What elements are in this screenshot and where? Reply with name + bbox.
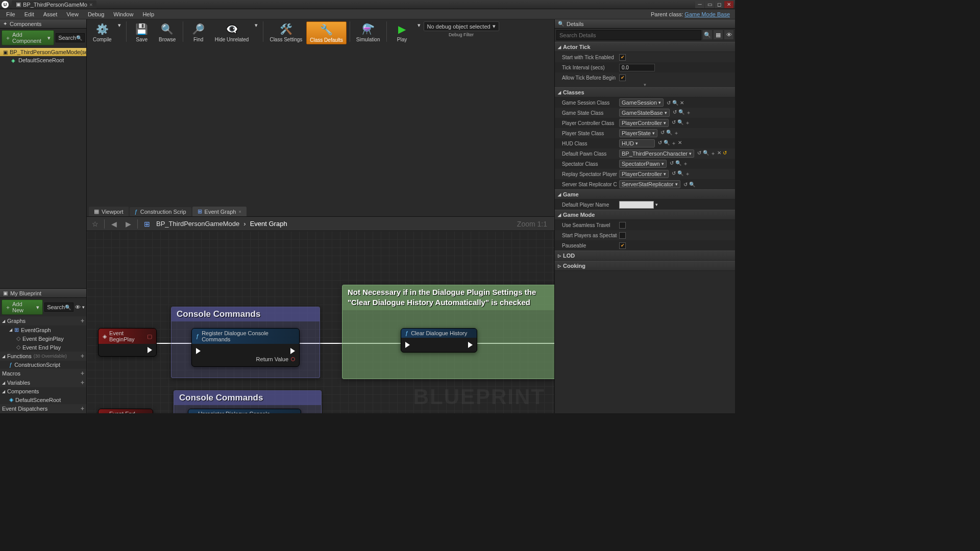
hide-unrelated-button[interactable]: 👁️‍🗨️Hide Unrelated (212, 21, 252, 43)
cat-classes[interactable]: ◢Classes (555, 87, 735, 97)
game-state-dropdown[interactable]: GameStateBase▾ (619, 109, 670, 117)
browse-icon[interactable]: 🔍 (672, 100, 678, 106)
exec-in-pin[interactable] (405, 342, 410, 348)
add-icon[interactable]: ＋ (683, 160, 688, 167)
default-pawn-dropdown[interactable]: BP_ThirdPersonCharacter▾ (619, 149, 694, 158)
player-controller-dropdown[interactable]: PlayerController▾ (619, 119, 669, 127)
reset-icon[interactable]: ↺ (660, 130, 665, 137)
menu-debug[interactable]: Debug (84, 10, 108, 18)
clear-icon[interactable]: ✕ (717, 150, 721, 157)
add-icon[interactable]: ＋ (685, 119, 690, 127)
browse-icon[interactable]: 🔍 (677, 170, 683, 178)
reset-icon[interactable]: ↺ (670, 160, 674, 167)
exec-in-pin[interactable] (196, 348, 201, 354)
functions-category[interactable]: ◢Functions (30 Overridable)+ (0, 352, 86, 361)
compile-dropdown[interactable]: ▾ (116, 21, 123, 29)
event-beginplay-item[interactable]: ◇Event BeginPlay (0, 334, 86, 343)
defaultscene-var-item[interactable]: ◈DefaultSceneRoot (0, 395, 86, 404)
start-tick-checkbox[interactable]: ✔ (619, 54, 626, 61)
construction-script-item[interactable]: ƒConstructionScript (0, 361, 86, 369)
clear-icon[interactable]: ✕ (678, 140, 682, 147)
add-icon[interactable]: ＋ (686, 109, 691, 116)
simulation-button[interactable]: ⚗️Simulation (353, 21, 383, 43)
add-variable-button[interactable]: + (81, 379, 84, 386)
default-player-name-input[interactable] (619, 201, 654, 209)
comment-title[interactable]: Console Commands (174, 391, 321, 405)
add-icon[interactable]: ＋ (671, 140, 676, 147)
eye-icon[interactable]: 👁 (75, 304, 81, 310)
add-icon[interactable]: ＋ (674, 130, 679, 137)
hide-dropdown[interactable]: ▾ (253, 21, 260, 29)
chevron-down-icon[interactable]: ▾ (655, 202, 658, 207)
class-defaults-button[interactable]: 🔧Class Defaults (306, 21, 346, 44)
component-child[interactable]: ◈ DefaultSceneRoot (0, 56, 86, 64)
reset-icon[interactable]: ↺ (672, 170, 676, 178)
play-button[interactable]: ▶Play (390, 21, 414, 43)
menu-file[interactable]: File (2, 10, 19, 18)
eye-icon[interactable]: 👁 (724, 30, 733, 39)
graph-canvas[interactable]: BLUEPRINT Console Commands Not Necessary… (87, 231, 554, 413)
details-panel-header[interactable]: 🔍 Details (555, 19, 735, 29)
macros-category[interactable]: Macros+ (0, 369, 86, 378)
my-blueprint-header[interactable]: ▣ My Blueprint (0, 289, 86, 298)
event-endplay-node[interactable]: ◈Event End Play▢ End Play Reason (98, 409, 153, 413)
add-macro-button[interactable]: + (81, 370, 84, 377)
exec-out-pin[interactable] (468, 342, 473, 348)
play-dropdown[interactable]: ▾ (415, 21, 423, 29)
reset-icon[interactable]: ↺ (683, 182, 688, 187)
seamless-checkbox[interactable] (619, 222, 626, 229)
close-icon[interactable]: × (89, 2, 92, 8)
eventgraph-item[interactable]: ◢⊞EventGraph (0, 325, 86, 334)
exec-out-pin[interactable] (148, 347, 152, 353)
menu-help[interactable]: Help (138, 10, 158, 18)
browse-icon[interactable]: 🔍 (678, 109, 684, 116)
close-button[interactable]: ✕ (724, 1, 733, 8)
clear-history-node[interactable]: ƒClear Dialogue History (401, 328, 477, 353)
components-sub-category[interactable]: ◢Components (0, 387, 86, 395)
cat-cooking[interactable]: ▷Cooking (555, 261, 735, 271)
browse-icon[interactable]: 🔍 (677, 119, 683, 127)
reset-icon[interactable]: ↺ (658, 140, 662, 147)
revert-icon[interactable]: ↺ (723, 150, 727, 157)
restore-button[interactable]: ▭ (705, 1, 714, 8)
reset-icon[interactable]: ↺ (673, 109, 677, 116)
browse-button[interactable]: 🔍Browse (155, 21, 180, 43)
minimize-button[interactable]: ─ (695, 1, 704, 8)
add-dispatcher-button[interactable]: + (81, 405, 84, 412)
myblueprint-search[interactable]: Search 🔍 (44, 303, 74, 312)
graphs-category[interactable]: ◢Graphs+ (0, 316, 86, 325)
eventgraph-tab[interactable]: ⊞Event Graph× (192, 207, 247, 216)
add-new-button[interactable]: ＋ Add New ▾ (2, 299, 43, 315)
replay-spectator-dropdown[interactable]: PlayerController▾ (619, 170, 669, 178)
breadcrumb-root[interactable]: BP_ThirdPersonGameMode (156, 220, 239, 228)
spectator-dropdown[interactable]: SpectatorPawn▾ (619, 160, 667, 168)
comment-title[interactable]: Console Commands (172, 307, 320, 321)
nav-forward-button[interactable]: ▶ (123, 219, 133, 229)
matrix-view-button[interactable]: ▦ (714, 30, 723, 39)
browse-icon[interactable]: 🔍 (703, 150, 709, 157)
exec-out-pin[interactable] (290, 348, 295, 354)
pauseable-checkbox[interactable]: ✔ (619, 242, 626, 249)
browse-icon[interactable]: 🔍 (675, 160, 681, 167)
nav-back-button[interactable]: ◀ (109, 219, 119, 229)
clear-icon[interactable]: ✕ (680, 100, 684, 106)
return-pin[interactable] (291, 357, 295, 361)
browse-icon[interactable]: 🔍 (666, 130, 672, 137)
game-session-dropdown[interactable]: GameSession▾ (619, 98, 664, 107)
allow-tick-checkbox[interactable]: ✔ (619, 74, 626, 81)
menu-edit[interactable]: Edit (20, 10, 38, 18)
variables-category[interactable]: ◢Variables+ (0, 378, 86, 387)
add-component-button[interactable]: ＋ Add Component ▾ (2, 30, 54, 45)
player-state-dropdown[interactable]: PlayerState▾ (619, 129, 657, 137)
reset-icon[interactable]: ↺ (667, 100, 671, 106)
browse-icon[interactable]: 🔍 (664, 140, 670, 147)
register-console-node[interactable]: ƒRegister Dialogue Console Commands Retu… (191, 328, 300, 367)
comment-title[interactable]: Not Necessary if in the Dialogue Plugin … (342, 285, 554, 310)
menu-view[interactable]: View (62, 10, 83, 18)
compile-button[interactable]: ⚙️Compile (90, 21, 115, 43)
add-function-button[interactable]: + (81, 353, 84, 360)
class-settings-button[interactable]: 🛠️Class Settings (266, 21, 305, 43)
event-beginplay-node[interactable]: ◈Event BeginPlay▢ (98, 328, 157, 357)
menu-asset[interactable]: Asset (39, 10, 62, 18)
reset-icon[interactable]: ↺ (697, 150, 701, 157)
